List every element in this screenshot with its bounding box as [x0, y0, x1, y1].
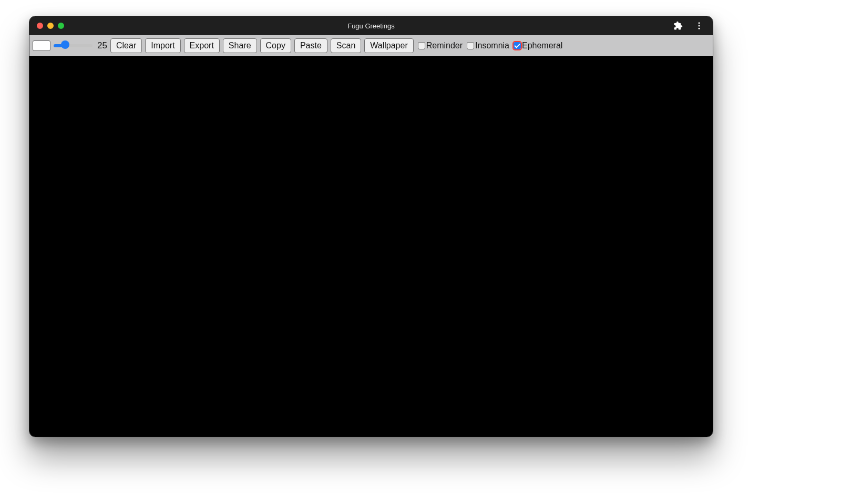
reminder-checkbox-wrap: Reminder: [418, 41, 463, 50]
wallpaper-button[interactable]: Wallpaper: [364, 38, 413, 53]
app-window: Fugu Greetings: [29, 16, 713, 437]
ephemeral-checkbox[interactable]: [514, 42, 521, 49]
toolbar: 25 Clear Import Export Share Copy Paste …: [29, 35, 713, 57]
window-close-button[interactable]: [37, 23, 43, 29]
reminder-label[interactable]: Reminder: [426, 41, 463, 50]
stage: Fugu Greetings: [0, 0, 841, 504]
scan-button[interactable]: Scan: [331, 38, 361, 53]
titlebar: Fugu Greetings: [29, 16, 713, 35]
titlebar-right-controls: [671, 16, 710, 35]
kebab-menu-icon[interactable]: [692, 18, 706, 33]
reminder-checkbox[interactable]: [418, 42, 425, 49]
export-button[interactable]: Export: [184, 38, 220, 53]
insomnia-label[interactable]: Insomnia: [475, 41, 509, 50]
window-minimize-button[interactable]: [47, 23, 54, 29]
extensions-icon[interactable]: [671, 18, 685, 33]
svg-point-2: [699, 28, 700, 29]
brush-size-slider[interactable]: [54, 44, 93, 47]
paste-button[interactable]: Paste: [294, 38, 327, 53]
svg-point-1: [699, 25, 700, 27]
brush-size-value: 25: [96, 40, 107, 51]
brush-size-control: 25: [54, 40, 107, 51]
svg-point-0: [699, 22, 700, 24]
drawing-canvas[interactable]: [29, 56, 713, 437]
window-controls: [29, 23, 64, 29]
ephemeral-label[interactable]: Ephemeral: [522, 41, 562, 50]
ephemeral-checkbox-wrap: Ephemeral: [514, 41, 562, 50]
window-title: Fugu Greetings: [29, 22, 713, 30]
copy-button[interactable]: Copy: [260, 38, 291, 53]
insomnia-checkbox-wrap: Insomnia: [467, 41, 509, 50]
insomnia-checkbox[interactable]: [467, 42, 474, 49]
share-button[interactable]: Share: [223, 38, 257, 53]
import-button[interactable]: Import: [145, 38, 180, 53]
clear-button[interactable]: Clear: [110, 38, 142, 53]
color-swatch[interactable]: [33, 40, 50, 51]
window-maximize-button[interactable]: [58, 23, 64, 29]
